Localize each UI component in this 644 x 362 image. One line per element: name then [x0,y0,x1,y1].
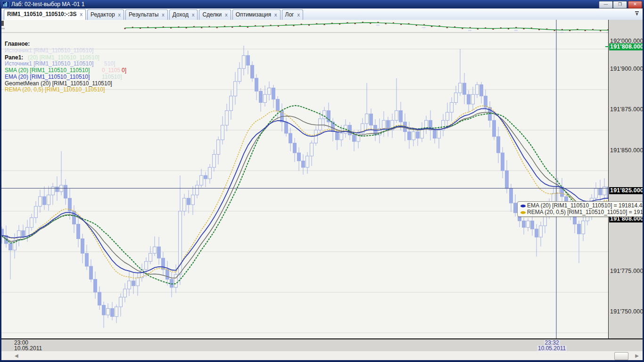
tab-label: RIM1_110510_110510:-:3S [7,11,76,17]
tab-bar: ▼ RIM1_110510_110510:-:3SxРедакторxРезул… [1,8,643,20]
tab-оптимизация[interactable]: Оптимизацияx [232,9,281,20]
tab-close-icon[interactable]: x [297,10,300,20]
tab-доход[interactable]: Доходx [169,9,198,20]
chart-area[interactable]: Источник1 [RIM1_110510_110510](20) [RIM1… [1,20,608,338]
tab-list-chevron-icon[interactable]: ▼ [634,11,640,17]
legend-ghost-text: (20) [RIM1_110510_110510] [28,54,99,61]
tab-close-icon[interactable]: x [118,10,121,20]
tab-сделки[interactable]: Сделкиx [199,9,231,20]
title-bar: Лаб: 02-test-выбор MA -01 1 — ❐ ✕ [0,0,644,8]
pane-resize-grip[interactable] [1,21,4,26]
crosshair-tooltip: EMA (20) [RIM1_110510_110510] = 191814.4… [517,201,644,217]
legend-ghost-text: Источник1 [RIM1_110510_110510] [5,47,93,54]
time-axis: 23:00 10.05.2011 23:32 10.05.2011 [1,338,643,352]
tab-label: Оптимизация [236,11,271,18]
tab-close-icon[interactable]: x [274,10,277,20]
tooltip-ema-text: EMA (20) [RIM1_110510_110510] = 191814.4… [527,202,644,209]
tab-результаты[interactable]: Результатыx [125,9,168,20]
price-tick: 191'900.000 [610,66,644,72]
legend-item[interactable]: REMA (20, 0,5) [RIM1_110510_110510] [5,86,105,93]
legend-ghost-text: 110510] [102,74,122,80]
legend-item[interactable]: Pane1: [5,54,23,61]
tab-label: Доход [173,11,189,18]
tab-label: Редактор [91,11,115,18]
tab-close-icon[interactable]: x [80,9,83,19]
app-window: Лаб: 02-test-выбор MA -01 1 — ❐ ✕ ▼ RIM1… [0,0,644,362]
window-border [0,360,644,362]
time-axis-label: 23:00 10.05.2011 [14,340,42,351]
tooltip-rema-text: REMA (20, 0,5) [RIM1_110510_110510] = 19… [527,209,644,215]
scroll-left-arrow-icon[interactable]: ◀ [15,353,18,358]
window-border [0,8,1,362]
tooltip-row: EMA (20) [RIM1_110510_110510] = 191814.4… [520,202,644,209]
price-tick: 191'808.000 [609,43,644,50]
legend-item[interactable]: EMA (20) [RIM1_110510_110510] [5,74,90,80]
mini-last-price-dash [605,46,609,47]
restore-button[interactable]: ❐ [613,1,627,8]
price-tick: 191'825.000 [609,187,644,194]
tab-лог[interactable]: Логx [282,9,303,20]
price-axis[interactable]: 192'000.000191'808.000191'900.000191'875… [608,20,643,338]
legend-item[interactable]: Источник1 [RIM1_110510_110510] [5,60,93,67]
minimize-button[interactable]: — [599,1,613,8]
ema-marker-icon [520,205,526,207]
legend-ghost-text: 510] [104,60,115,67]
tab-label: Результаты [129,11,158,18]
tab-close-icon[interactable]: x [192,10,195,20]
legend-ghost-text: 0] [122,67,126,74]
legend-item[interactable]: SMA (20) [RIM1_110510_110510] [5,67,90,74]
price-tick: 191'750.000 [610,308,644,315]
tab-label: Сделки [202,11,222,18]
legend-ghost-text: 0_1105 [102,67,120,74]
price-tick: 191'775.000 [610,268,644,274]
candlestick-chart[interactable] [1,20,608,338]
scrollbar-thumb[interactable] [614,352,628,360]
close-button[interactable]: ✕ [628,1,642,8]
app-icon [2,1,9,8]
tooltip-row: REMA (20, 0,5) [RIM1_110510_110510] = 19… [520,209,644,215]
legend-item[interactable]: GeometMean (20) [RIM1_110510_110510] [5,80,112,87]
pane-resize-grip[interactable] [1,28,5,29]
tab-close-icon[interactable]: x [225,10,228,20]
window-title: Лаб: 02-test-выбор MA -01 1 [11,1,84,8]
tab-close-icon[interactable]: x [162,10,165,20]
price-tick: 191'850.000 [610,147,644,154]
crosshair-time-label: 23:32 10.05.2011 [537,340,567,351]
tab-label: Лог [285,11,294,18]
rema-marker-icon [520,211,526,214]
tab-редактор[interactable]: Редакторx [87,9,124,20]
tab-chart[interactable]: RIM1_110510_110510:-:3Sx [4,9,86,20]
scroll-right-arrow-icon[interactable]: ▶ [635,353,639,358]
horizontal-scrollbar[interactable]: ◀ ▶ [1,351,643,360]
price-tick: 191'875.000 [610,106,644,113]
legend-item[interactable]: Главное: [5,41,30,47]
